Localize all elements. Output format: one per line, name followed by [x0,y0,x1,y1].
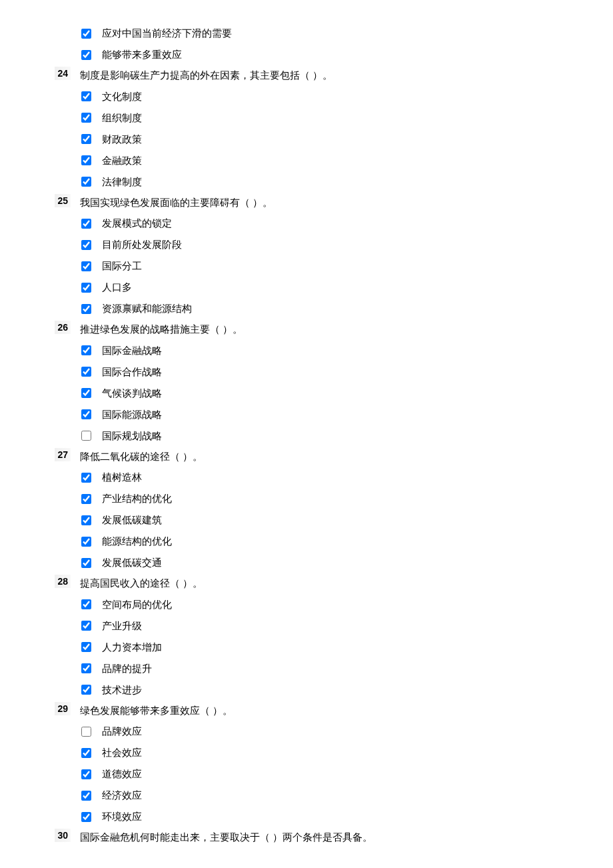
option-row: 气候谈判战略 [0,384,613,401]
checkbox-cell [0,111,97,123]
checkbox-cell [0,556,97,568]
checkbox-cell [0,429,97,441]
checkbox-cell [0,662,97,674]
option-row: 国际分工 [0,257,613,274]
checkbox-cell [0,683,97,695]
option-row: 品牌效应 [0,722,613,739]
checkbox-cell [0,619,97,631]
option-checkbox[interactable] [81,283,91,293]
option-checkbox[interactable] [81,91,91,101]
option-row: 资源禀赋和能源结构 [0,299,613,317]
checkbox-cell [0,746,97,758]
option-checkbox[interactable] [81,134,91,144]
question-row: 30国际金融危机何时能走出来，主要取决于（ ）两个条件是否具备。 [0,829,613,845]
checkbox-cell [0,48,97,60]
option-checkbox[interactable] [81,812,91,822]
quiz-container: 应对中国当前经济下滑的需要能够带来多重效应24制度是影响碳生产力提高的外在因素，… [0,24,613,845]
question-row: 26推进绿色发展的战略措施主要（ ）。 [0,321,613,337]
checkbox-cell [0,365,97,377]
option-checkbox[interactable] [81,558,91,568]
option-checkbox[interactable] [81,727,91,737]
option-checkbox[interactable] [81,409,91,419]
option-checkbox[interactable] [81,642,91,652]
question-text: 绿色发展能够带来多重效应（ ）。 [75,702,613,719]
option-checkbox[interactable] [81,345,91,355]
option-checkbox[interactable] [81,473,91,483]
option-label: 道德效应 [97,765,613,782]
option-label: 发展模式的锁定 [97,214,613,231]
checkbox-cell [0,641,97,653]
option-label: 国际能源战略 [97,405,613,423]
option-label: 气候谈判战略 [97,384,613,401]
option-row: 经济效应 [0,786,613,803]
option-label: 人口多 [97,278,613,295]
option-checkbox[interactable] [81,29,91,39]
option-checkbox[interactable] [81,494,91,504]
option-row: 文化制度 [0,87,613,105]
option-checkbox[interactable] [81,219,91,229]
question-row: 24制度是影响碳生产力提高的外在因素，其主要包括（ ）。 [0,67,613,83]
checkbox-cell [0,27,97,39]
checkbox-cell [0,238,97,250]
option-label: 产业升级 [97,617,613,634]
option-checkbox[interactable] [81,791,91,801]
option-checkbox[interactable] [81,113,91,123]
option-row: 人力资本增加 [0,638,613,655]
option-checkbox[interactable] [81,50,91,60]
option-label: 发展低碳建筑 [97,511,613,528]
option-label: 国际分工 [97,257,613,274]
checkbox-cell [0,154,97,166]
checkbox-cell [0,513,97,525]
option-label: 植树造林 [97,468,613,485]
option-label: 能源结构的优化 [97,532,613,549]
option-row: 环境效应 [0,807,613,825]
option-checkbox[interactable] [81,515,91,525]
option-checkbox[interactable] [81,304,91,314]
option-label: 能够带来多重效应 [97,45,613,63]
option-checkbox[interactable] [81,663,91,673]
checkbox-cell [0,725,97,737]
option-label: 产业结构的优化 [97,489,613,507]
question-number-text: 24 [55,67,71,80]
option-checkbox[interactable] [81,367,91,377]
option-checkbox[interactable] [81,621,91,631]
option-label: 社会效应 [97,743,613,761]
option-row: 组织制度 [0,109,613,126]
option-label: 国际金融战略 [97,341,613,359]
option-checkbox[interactable] [81,177,91,187]
checkbox-cell [0,387,97,399]
option-checkbox[interactable] [81,537,91,547]
option-row: 发展低碳交通 [0,553,613,571]
question-number: 26 [0,321,75,334]
option-label: 国际规划战略 [97,427,613,444]
question-number-text: 28 [55,575,71,588]
question-number-text: 26 [55,321,71,334]
option-row: 目前所处发展阶段 [0,235,613,253]
option-checkbox[interactable] [81,261,91,271]
option-checkbox[interactable] [81,155,91,165]
option-checkbox[interactable] [81,240,91,250]
option-row: 国际合作战略 [0,363,613,380]
option-checkbox[interactable] [81,748,91,758]
option-label: 技术进步 [97,681,613,698]
option-row: 品牌的提升 [0,659,613,677]
option-checkbox[interactable] [81,769,91,779]
question-row: 25我国实现绿色发展面临的主要障碍有（ ）。 [0,194,613,211]
option-row: 发展低碳建筑 [0,511,613,528]
question-row: 28提高国民收入的途径（ ）。 [0,575,613,591]
option-checkbox[interactable] [81,685,91,695]
option-label: 空间布局的优化 [97,595,613,613]
option-row: 植树造林 [0,468,613,485]
option-label: 经济效应 [97,786,613,803]
option-row: 技术进步 [0,681,613,698]
question-block: 30国际金融危机何时能走出来，主要取决于（ ）两个条件是否具备。 [0,829,613,845]
option-checkbox[interactable] [81,431,91,441]
question-block: 26推进绿色发展的战略措施主要（ ）。国际金融战略国际合作战略气候谈判战略国际能… [0,321,613,444]
question-block: 24制度是影响碳生产力提高的外在因素，其主要包括（ ）。文化制度组织制度财政政策… [0,67,613,190]
question-text: 推进绿色发展的战略措施主要（ ）。 [75,321,613,337]
question-text: 国际金融危机何时能走出来，主要取决于（ ）两个条件是否具备。 [75,829,613,845]
option-checkbox[interactable] [81,388,91,398]
option-checkbox[interactable] [81,599,91,609]
question-number: 27 [0,448,75,461]
checkbox-cell [0,259,97,271]
